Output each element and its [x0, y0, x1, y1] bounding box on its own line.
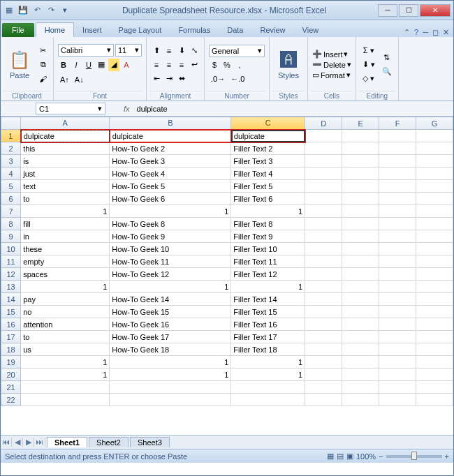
row-header-20[interactable]: 20 [1, 369, 21, 381]
sheet-nav-last-icon[interactable]: ⏭ [34, 438, 45, 447]
cell-C11[interactable]: Filler Text 11 [231, 255, 305, 268]
row-header-22[interactable]: 22 [1, 394, 21, 406]
qat-dropdown-icon[interactable]: ▾ [59, 5, 71, 16]
cell-G18[interactable] [416, 343, 453, 356]
font-size-dropdown[interactable]: 11▾ [115, 44, 142, 57]
row-header-13[interactable]: 13 [1, 281, 21, 293]
cell-D6[interactable] [305, 193, 342, 205]
cell-B7[interactable]: 1 [110, 205, 231, 218]
cell-F7[interactable] [379, 205, 416, 218]
column-header-F[interactable]: F [379, 117, 416, 130]
tab-view[interactable]: View [294, 23, 328, 37]
cell-D17[interactable] [305, 331, 342, 343]
cell-D8[interactable] [305, 218, 342, 230]
align-bottom-icon[interactable]: ⬇ [176, 45, 187, 57]
cell-C13[interactable]: 1 [231, 281, 305, 293]
cell-A4[interactable]: just [21, 168, 110, 180]
cell-E9[interactable] [342, 230, 379, 243]
italic-button[interactable]: I [71, 59, 82, 71]
fill-icon[interactable]: ⬇ ▾ [360, 59, 377, 71]
cell-F2[interactable] [379, 142, 416, 155]
cell-B10[interactable]: How-To Geek 10 [110, 243, 231, 255]
cell-C8[interactable]: Filler Text 8 [231, 218, 305, 230]
formula-bar[interactable]: dulpicate [134, 104, 453, 114]
cell-F12[interactable] [379, 268, 416, 281]
cell-F6[interactable] [379, 193, 416, 205]
tab-page-layout[interactable]: Page Layout [110, 23, 170, 37]
cell-F15[interactable] [379, 306, 416, 318]
row-header-19[interactable]: 19 [1, 356, 21, 369]
cell-G12[interactable] [416, 268, 453, 281]
cell-G17[interactable] [416, 331, 453, 343]
cell-A2[interactable]: this [21, 142, 110, 155]
cell-A17[interactable]: to [21, 331, 110, 343]
cell-D18[interactable] [305, 343, 342, 356]
cell-C19[interactable]: 1 [231, 356, 305, 369]
cell-F17[interactable] [379, 331, 416, 343]
cell-D19[interactable] [305, 356, 342, 369]
cell-B16[interactable]: How-To Geek 16 [110, 318, 231, 331]
cell-B6[interactable]: How-To Geek 6 [110, 193, 231, 205]
sheet-nav-prev-icon[interactable]: ◀ [12, 438, 23, 447]
view-layout-icon[interactable]: ▤ [337, 452, 344, 461]
cell-E7[interactable] [342, 205, 379, 218]
cell-F3[interactable] [379, 155, 416, 168]
select-all-corner[interactable] [1, 117, 21, 130]
cell-F10[interactable] [379, 243, 416, 255]
cell-G3[interactable] [416, 155, 453, 168]
cell-B17[interactable]: How-To Geek 17 [110, 331, 231, 343]
close-button[interactable]: ✕ [420, 4, 451, 17]
cell-G13[interactable] [416, 281, 453, 293]
cell-F9[interactable] [379, 230, 416, 243]
view-normal-icon[interactable]: ▦ [327, 452, 334, 461]
cell-C12[interactable]: Filler Text 12 [231, 268, 305, 281]
cell-E16[interactable] [342, 318, 379, 331]
help-icon[interactable]: ? [414, 28, 418, 37]
cell-B8[interactable]: How-To Geek 8 [110, 218, 231, 230]
underline-button[interactable]: U [83, 59, 94, 71]
sheet-nav-next-icon[interactable]: ▶ [23, 438, 34, 447]
cell-A15[interactable]: no [21, 306, 110, 318]
cell-E22[interactable] [342, 394, 379, 406]
cell-A6[interactable]: to [21, 193, 110, 205]
redo-icon[interactable]: ↷ [45, 5, 57, 16]
cell-G22[interactable] [416, 394, 453, 406]
cell-D16[interactable] [305, 318, 342, 331]
row-header-17[interactable]: 17 [1, 331, 21, 343]
row-header-15[interactable]: 15 [1, 306, 21, 318]
cell-A13[interactable]: 1 [21, 281, 110, 293]
cell-F19[interactable] [379, 356, 416, 369]
column-header-B[interactable]: B [110, 117, 231, 130]
tab-review[interactable]: Review [251, 23, 293, 37]
align-right-icon[interactable]: ≡ [176, 59, 187, 71]
row-header-3[interactable]: 3 [1, 155, 21, 168]
cell-B5[interactable]: How-To Geek 5 [110, 180, 231, 193]
cell-B15[interactable]: How-To Geek 15 [110, 306, 231, 318]
cell-A14[interactable]: pay [21, 293, 110, 306]
fill-color-button[interactable]: ◢ [108, 59, 119, 71]
cell-D9[interactable] [305, 230, 342, 243]
cell-C9[interactable]: Filler Text 9 [231, 230, 305, 243]
percent-icon[interactable]: % [221, 59, 233, 71]
tab-file[interactable]: File [2, 23, 34, 37]
copy-icon[interactable]: ⧉ [37, 59, 49, 71]
paste-button[interactable]: 📋Paste [5, 49, 34, 81]
cell-B11[interactable]: How-To Geek 11 [110, 255, 231, 268]
merge-icon[interactable]: ⬌ [176, 73, 187, 85]
column-header-C[interactable]: C [231, 117, 305, 130]
cell-G7[interactable] [416, 205, 453, 218]
clear-icon[interactable]: ◇ ▾ [360, 73, 377, 85]
cell-G5[interactable] [416, 180, 453, 193]
row-header-9[interactable]: 9 [1, 230, 21, 243]
cell-G11[interactable] [416, 255, 453, 268]
number-format-dropdown[interactable]: General▾ [209, 45, 265, 57]
increase-decimal-icon[interactable]: .0→ [209, 73, 227, 85]
row-header-4[interactable]: 4 [1, 168, 21, 180]
find-select-icon[interactable]: 🔍 [380, 66, 394, 78]
cell-F13[interactable] [379, 281, 416, 293]
row-header-8[interactable]: 8 [1, 218, 21, 230]
cell-F16[interactable] [379, 318, 416, 331]
cell-G14[interactable] [416, 293, 453, 306]
wrap-text-icon[interactable]: ↩ [189, 59, 200, 71]
cell-G1[interactable] [416, 130, 453, 142]
